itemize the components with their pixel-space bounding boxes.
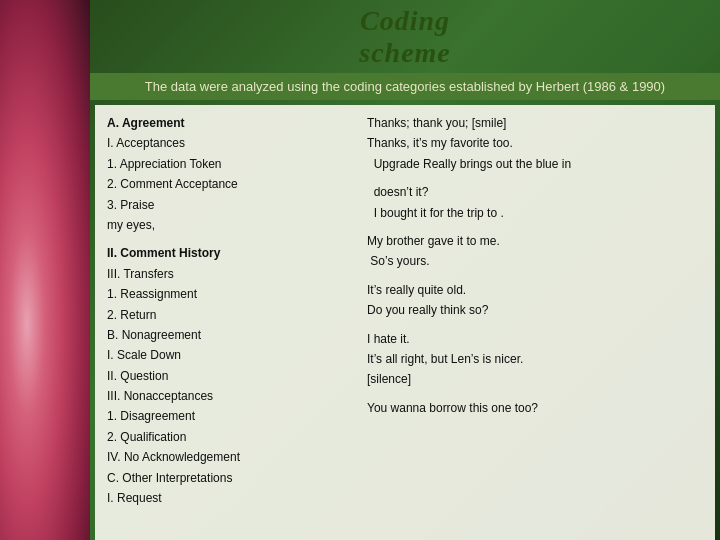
subtitle-text: The data were analyzed using the coding … — [145, 79, 665, 94]
item-comment-acceptance: 2. Comment Acceptance — [107, 174, 347, 194]
spacer-r1 — [367, 174, 703, 182]
heading-agreement: A. Agreement — [107, 113, 347, 133]
item-return: 2. Return — [107, 305, 347, 325]
spacer-r5 — [367, 390, 703, 398]
item-scale-down: I. Scale Down — [107, 345, 347, 365]
item-qualification: 2. Qualification — [107, 427, 347, 447]
heading-comment-history: II. Comment History — [107, 243, 347, 263]
quote-5: I bought it for the trip to . — [367, 203, 703, 223]
spacer-r4 — [367, 321, 703, 329]
item-disagreement: 1. Disagreement — [107, 406, 347, 426]
spacer-r2 — [367, 223, 703, 231]
spacer-r3 — [367, 272, 703, 280]
quote-8: It’s really quite old. — [367, 280, 703, 300]
item-appreciation-token: 1. Appreciation Token — [107, 154, 347, 174]
item-my-eyes: my eyes, — [107, 215, 347, 235]
item-praise: 3. Praise — [107, 195, 347, 215]
item-transfers: III. Transfers — [107, 264, 347, 284]
quote-1: Thanks; thank you; [smile] — [367, 113, 703, 133]
title-section: Coding scheme — [90, 0, 720, 71]
quote-10: I hate it. — [367, 329, 703, 349]
lotus-decoration — [0, 0, 90, 540]
title-line2: scheme — [90, 37, 720, 69]
quote-9: Do you really think so? — [367, 300, 703, 320]
subtitle-box: The data were analyzed using the coding … — [90, 73, 720, 100]
item-no-acknowledgement: IV. No Acknowledgement — [107, 447, 347, 467]
quote-7: So’s yours. — [367, 251, 703, 271]
item-question: II. Question — [107, 366, 347, 386]
quote-11: It’s all right, but Len’s is nicer. — [367, 349, 703, 369]
title-line1: Coding — [90, 5, 720, 37]
quote-2: Thanks, it’s my favorite too. — [367, 133, 703, 153]
content-box: A. Agreement I. Acceptances 1. Appreciat… — [95, 105, 715, 540]
main-content: Coding scheme The data were analyzed usi… — [90, 0, 720, 540]
right-column: Thanks; thank you; [smile] Thanks, it’s … — [367, 113, 703, 540]
item-acceptances: I. Acceptances — [107, 133, 347, 153]
item-nonacceptances: III. Nonacceptances — [107, 386, 347, 406]
quote-4: doesn’t it? — [367, 182, 703, 202]
spacer-1 — [107, 235, 347, 243]
item-other-interpretations: C. Other Interpretations — [107, 468, 347, 488]
quote-3: Upgrade Really brings out the blue in — [367, 154, 703, 174]
item-nonagreement: B. Nonagreement — [107, 325, 347, 345]
quote-13: You wanna borrow this one too? — [367, 398, 703, 418]
item-reassignment: 1. Reassignment — [107, 284, 347, 304]
left-column: A. Agreement I. Acceptances 1. Appreciat… — [107, 113, 347, 540]
quote-12: [silence] — [367, 369, 703, 389]
item-request: I. Request — [107, 488, 347, 508]
quote-6: My brother gave it to me. — [367, 231, 703, 251]
